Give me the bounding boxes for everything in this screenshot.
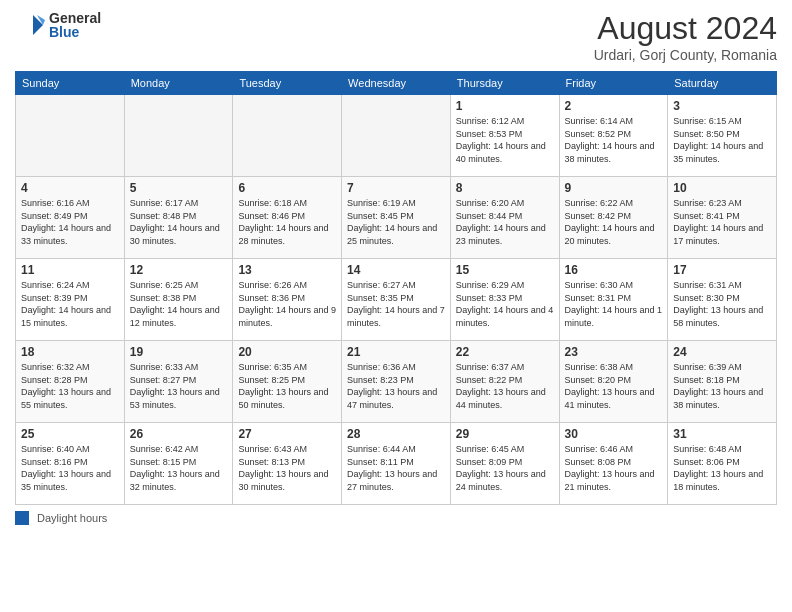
calendar-day-cell: 15Sunrise: 6:29 AMSunset: 8:33 PMDayligh… [450, 259, 559, 341]
month-title: August 2024 [594, 10, 777, 47]
day-number: 19 [130, 345, 228, 359]
calendar-week-row: 25Sunrise: 6:40 AMSunset: 8:16 PMDayligh… [16, 423, 777, 505]
day-number: 10 [673, 181, 771, 195]
day-number: 15 [456, 263, 554, 277]
day-info: Sunrise: 6:24 AMSunset: 8:39 PMDaylight:… [21, 279, 119, 329]
calendar-header-tuesday: Tuesday [233, 72, 342, 95]
logo-text: General Blue [49, 11, 101, 39]
logo-blue-text: Blue [49, 25, 101, 39]
calendar-day-cell: 9Sunrise: 6:22 AMSunset: 8:42 PMDaylight… [559, 177, 668, 259]
calendar-day-cell: 2Sunrise: 6:14 AMSunset: 8:52 PMDaylight… [559, 95, 668, 177]
calendar-day-cell: 3Sunrise: 6:15 AMSunset: 8:50 PMDaylight… [668, 95, 777, 177]
day-number: 29 [456, 427, 554, 441]
day-info: Sunrise: 6:18 AMSunset: 8:46 PMDaylight:… [238, 197, 336, 247]
day-number: 12 [130, 263, 228, 277]
day-number: 28 [347, 427, 445, 441]
day-number: 1 [456, 99, 554, 113]
calendar-header-thursday: Thursday [450, 72, 559, 95]
calendar-day-cell [233, 95, 342, 177]
day-info: Sunrise: 6:25 AMSunset: 8:38 PMDaylight:… [130, 279, 228, 329]
calendar-header-sunday: Sunday [16, 72, 125, 95]
calendar-week-row: 4Sunrise: 6:16 AMSunset: 8:49 PMDaylight… [16, 177, 777, 259]
calendar-day-cell [124, 95, 233, 177]
logo: General Blue [15, 10, 101, 40]
day-number: 20 [238, 345, 336, 359]
location: Urdari, Gorj County, Romania [594, 47, 777, 63]
calendar-day-cell: 7Sunrise: 6:19 AMSunset: 8:45 PMDaylight… [342, 177, 451, 259]
day-info: Sunrise: 6:19 AMSunset: 8:45 PMDaylight:… [347, 197, 445, 247]
calendar-day-cell: 30Sunrise: 6:46 AMSunset: 8:08 PMDayligh… [559, 423, 668, 505]
calendar-header-friday: Friday [559, 72, 668, 95]
day-number: 26 [130, 427, 228, 441]
day-number: 7 [347, 181, 445, 195]
page-container: General Blue August 2024 Urdari, Gorj Co… [0, 0, 792, 612]
calendar-day-cell: 19Sunrise: 6:33 AMSunset: 8:27 PMDayligh… [124, 341, 233, 423]
day-info: Sunrise: 6:36 AMSunset: 8:23 PMDaylight:… [347, 361, 445, 411]
calendar-day-cell [16, 95, 125, 177]
day-number: 18 [21, 345, 119, 359]
day-number: 14 [347, 263, 445, 277]
day-info: Sunrise: 6:43 AMSunset: 8:13 PMDaylight:… [238, 443, 336, 493]
calendar-day-cell: 31Sunrise: 6:48 AMSunset: 8:06 PMDayligh… [668, 423, 777, 505]
day-info: Sunrise: 6:20 AMSunset: 8:44 PMDaylight:… [456, 197, 554, 247]
day-number: 21 [347, 345, 445, 359]
day-info: Sunrise: 6:46 AMSunset: 8:08 PMDaylight:… [565, 443, 663, 493]
day-info: Sunrise: 6:42 AMSunset: 8:15 PMDaylight:… [130, 443, 228, 493]
calendar-day-cell: 8Sunrise: 6:20 AMSunset: 8:44 PMDaylight… [450, 177, 559, 259]
calendar-day-cell: 11Sunrise: 6:24 AMSunset: 8:39 PMDayligh… [16, 259, 125, 341]
day-number: 13 [238, 263, 336, 277]
day-info: Sunrise: 6:17 AMSunset: 8:48 PMDaylight:… [130, 197, 228, 247]
legend-label: Daylight hours [37, 512, 107, 524]
calendar-header-saturday: Saturday [668, 72, 777, 95]
day-info: Sunrise: 6:39 AMSunset: 8:18 PMDaylight:… [673, 361, 771, 411]
calendar-day-cell: 27Sunrise: 6:43 AMSunset: 8:13 PMDayligh… [233, 423, 342, 505]
calendar-week-row: 11Sunrise: 6:24 AMSunset: 8:39 PMDayligh… [16, 259, 777, 341]
calendar-day-cell: 12Sunrise: 6:25 AMSunset: 8:38 PMDayligh… [124, 259, 233, 341]
day-number: 27 [238, 427, 336, 441]
calendar-day-cell: 18Sunrise: 6:32 AMSunset: 8:28 PMDayligh… [16, 341, 125, 423]
calendar-day-cell: 4Sunrise: 6:16 AMSunset: 8:49 PMDaylight… [16, 177, 125, 259]
day-info: Sunrise: 6:38 AMSunset: 8:20 PMDaylight:… [565, 361, 663, 411]
day-number: 16 [565, 263, 663, 277]
day-info: Sunrise: 6:22 AMSunset: 8:42 PMDaylight:… [565, 197, 663, 247]
calendar-day-cell: 16Sunrise: 6:30 AMSunset: 8:31 PMDayligh… [559, 259, 668, 341]
calendar-day-cell: 21Sunrise: 6:36 AMSunset: 8:23 PMDayligh… [342, 341, 451, 423]
day-info: Sunrise: 6:33 AMSunset: 8:27 PMDaylight:… [130, 361, 228, 411]
footer: Daylight hours [15, 511, 777, 525]
day-number: 3 [673, 99, 771, 113]
day-info: Sunrise: 6:29 AMSunset: 8:33 PMDaylight:… [456, 279, 554, 329]
logo-general-text: General [49, 11, 101, 25]
day-info: Sunrise: 6:45 AMSunset: 8:09 PMDaylight:… [456, 443, 554, 493]
calendar-day-cell: 26Sunrise: 6:42 AMSunset: 8:15 PMDayligh… [124, 423, 233, 505]
day-number: 8 [456, 181, 554, 195]
calendar-day-cell: 17Sunrise: 6:31 AMSunset: 8:30 PMDayligh… [668, 259, 777, 341]
day-info: Sunrise: 6:15 AMSunset: 8:50 PMDaylight:… [673, 115, 771, 165]
day-number: 23 [565, 345, 663, 359]
day-number: 9 [565, 181, 663, 195]
calendar-week-row: 18Sunrise: 6:32 AMSunset: 8:28 PMDayligh… [16, 341, 777, 423]
calendar-header-monday: Monday [124, 72, 233, 95]
calendar-header-wednesday: Wednesday [342, 72, 451, 95]
day-number: 2 [565, 99, 663, 113]
day-info: Sunrise: 6:48 AMSunset: 8:06 PMDaylight:… [673, 443, 771, 493]
calendar-day-cell: 6Sunrise: 6:18 AMSunset: 8:46 PMDaylight… [233, 177, 342, 259]
day-number: 17 [673, 263, 771, 277]
day-info: Sunrise: 6:27 AMSunset: 8:35 PMDaylight:… [347, 279, 445, 329]
calendar-day-cell [342, 95, 451, 177]
day-info: Sunrise: 6:14 AMSunset: 8:52 PMDaylight:… [565, 115, 663, 165]
day-info: Sunrise: 6:26 AMSunset: 8:36 PMDaylight:… [238, 279, 336, 329]
day-info: Sunrise: 6:12 AMSunset: 8:53 PMDaylight:… [456, 115, 554, 165]
title-block: August 2024 Urdari, Gorj County, Romania [594, 10, 777, 63]
day-info: Sunrise: 6:32 AMSunset: 8:28 PMDaylight:… [21, 361, 119, 411]
day-number: 4 [21, 181, 119, 195]
calendar-day-cell: 20Sunrise: 6:35 AMSunset: 8:25 PMDayligh… [233, 341, 342, 423]
calendar-day-cell: 23Sunrise: 6:38 AMSunset: 8:20 PMDayligh… [559, 341, 668, 423]
calendar-day-cell: 14Sunrise: 6:27 AMSunset: 8:35 PMDayligh… [342, 259, 451, 341]
day-info: Sunrise: 6:31 AMSunset: 8:30 PMDaylight:… [673, 279, 771, 329]
calendar-day-cell: 22Sunrise: 6:37 AMSunset: 8:22 PMDayligh… [450, 341, 559, 423]
day-info: Sunrise: 6:23 AMSunset: 8:41 PMDaylight:… [673, 197, 771, 247]
day-number: 30 [565, 427, 663, 441]
calendar-day-cell: 5Sunrise: 6:17 AMSunset: 8:48 PMDaylight… [124, 177, 233, 259]
calendar-day-cell: 24Sunrise: 6:39 AMSunset: 8:18 PMDayligh… [668, 341, 777, 423]
day-number: 5 [130, 181, 228, 195]
